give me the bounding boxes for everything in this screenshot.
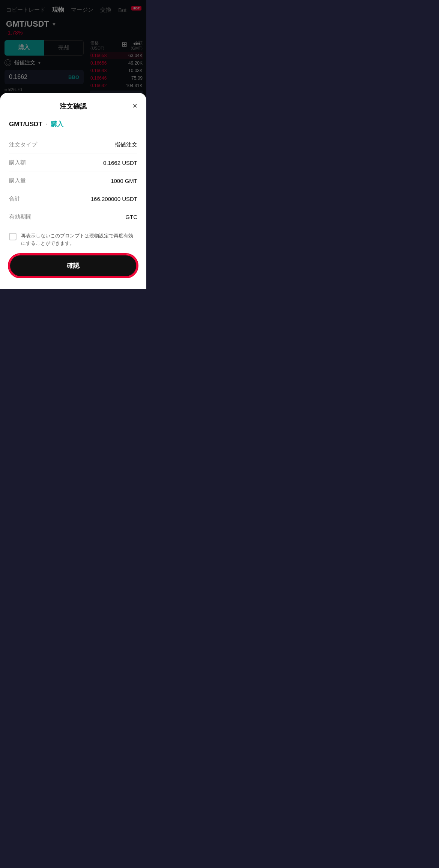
quantity-detail-label: 購入量	[9, 177, 26, 184]
confirm-button[interactable]: 確認	[9, 254, 137, 277]
dont-show-checkbox[interactable]	[9, 233, 17, 240]
modal-close-button[interactable]: ×	[132, 102, 137, 110]
detail-row-validity: 有効期間 GTC	[9, 208, 137, 226]
modal-pair-text: GMT/USDT	[9, 121, 42, 128]
detail-row-price: 購入額 0.1662 USDT	[9, 154, 137, 172]
dont-show-text: 再表示しないこのプロンプトは現物設定で再度有効にすることができます。	[21, 232, 137, 247]
validity-detail-value: GTC	[125, 214, 137, 220]
modal-pair-label: GMT/USDT · 購入	[9, 120, 137, 128]
detail-row-quantity: 購入量 1000 GMT	[9, 172, 137, 190]
modal-header: 注文確認 ×	[9, 102, 137, 111]
price-detail-label: 購入額	[9, 159, 26, 166]
modal-separator: ·	[46, 121, 48, 128]
quantity-detail-value: 1000 GMT	[111, 178, 137, 184]
modal-buy-text: 購入	[51, 121, 63, 128]
order-type-detail-label: 注文タイプ	[9, 141, 37, 148]
total-detail-value: 166.200000 USDT	[91, 196, 137, 202]
modal-title: 注文確認	[60, 102, 87, 111]
detail-row-total: 合計 166.200000 USDT	[9, 190, 137, 208]
price-detail-value: 0.1662 USDT	[103, 160, 137, 166]
order-type-detail-value: 指値注文	[115, 141, 137, 148]
detail-row-order-type: 注文タイプ 指値注文	[9, 136, 137, 154]
total-detail-label: 合計	[9, 195, 20, 202]
dont-show-again-row: 再表示しないこのプロンプトは現物設定で再度有効にすることができます。	[9, 232, 137, 247]
order-confirmation-modal: 注文確認 × GMT/USDT · 購入 注文タイプ 指値注文 購入額 0.16…	[0, 93, 146, 289]
validity-detail-label: 有効期間	[9, 213, 32, 220]
